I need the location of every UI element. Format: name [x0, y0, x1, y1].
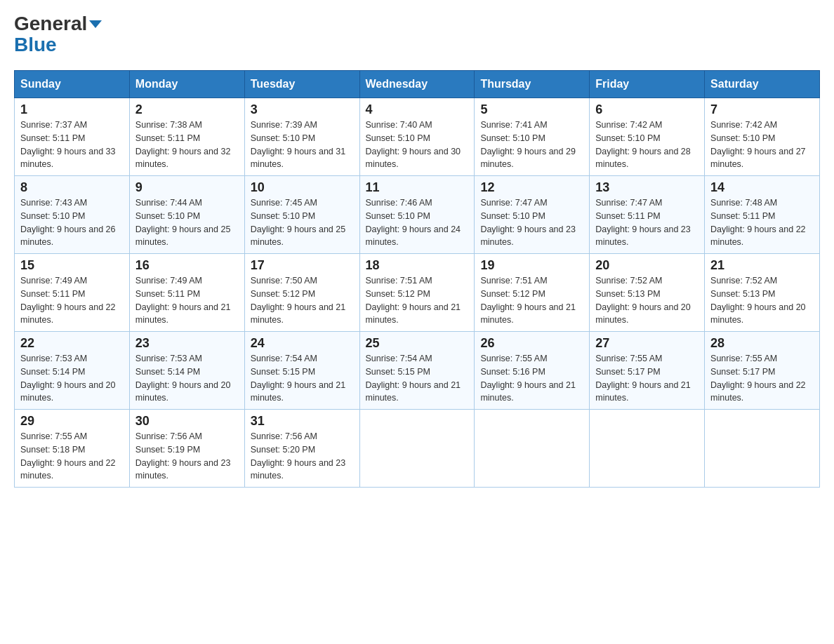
calendar-header-row: SundayMondayTuesdayWednesdayThursdayFrid…	[15, 71, 820, 98]
calendar-cell: 17 Sunrise: 7:50 AMSunset: 5:12 PMDaylig…	[244, 254, 359, 332]
calendar-cell: 30 Sunrise: 7:56 AMSunset: 5:19 PMDaylig…	[129, 410, 244, 488]
calendar-cell	[475, 410, 590, 488]
calendar-cell: 27 Sunrise: 7:55 AMSunset: 5:17 PMDaylig…	[590, 332, 705, 410]
day-number: 13	[595, 180, 699, 195]
calendar-cell: 11 Sunrise: 7:46 AMSunset: 5:10 PMDaylig…	[359, 176, 475, 254]
calendar-cell: 25 Sunrise: 7:54 AMSunset: 5:15 PMDaylig…	[359, 332, 475, 410]
day-info: Sunrise: 7:53 AMSunset: 5:14 PMDaylight:…	[135, 354, 231, 403]
calendar-cell: 19 Sunrise: 7:51 AMSunset: 5:12 PMDaylig…	[475, 254, 590, 332]
calendar-cell: 31 Sunrise: 7:56 AMSunset: 5:20 PMDaylig…	[244, 410, 359, 488]
day-number: 10	[251, 180, 354, 195]
calendar-cell	[705, 410, 820, 488]
day-number: 31	[251, 414, 354, 429]
calendar-cell: 28 Sunrise: 7:55 AMSunset: 5:17 PMDaylig…	[705, 332, 820, 410]
calendar-cell: 15 Sunrise: 7:49 AMSunset: 5:11 PMDaylig…	[15, 254, 130, 332]
logo-line2: Blue	[14, 34, 57, 56]
day-number: 23	[135, 336, 239, 351]
calendar-week-4: 22 Sunrise: 7:53 AMSunset: 5:14 PMDaylig…	[15, 332, 820, 410]
day-info: Sunrise: 7:51 AMSunset: 5:12 PMDaylight:…	[366, 276, 461, 325]
day-number: 5	[480, 102, 583, 117]
day-number: 11	[366, 180, 469, 195]
calendar-cell: 3 Sunrise: 7:39 AMSunset: 5:10 PMDayligh…	[244, 98, 359, 176]
day-info: Sunrise: 7:49 AMSunset: 5:11 PMDaylight:…	[20, 276, 116, 325]
day-number: 22	[20, 336, 124, 351]
calendar-table: SundayMondayTuesdayWednesdayThursdayFrid…	[14, 70, 820, 488]
day-info: Sunrise: 7:42 AMSunset: 5:10 PMDaylight:…	[595, 120, 691, 169]
day-number: 25	[366, 336, 469, 351]
calendar-cell: 14 Sunrise: 7:48 AMSunset: 5:11 PMDaylig…	[705, 176, 820, 254]
day-info: Sunrise: 7:55 AMSunset: 5:18 PMDaylight:…	[20, 431, 116, 481]
day-info: Sunrise: 7:55 AMSunset: 5:17 PMDaylight:…	[595, 354, 691, 403]
calendar-cell: 2 Sunrise: 7:38 AMSunset: 5:11 PMDayligh…	[129, 98, 244, 176]
logo-line1: General	[14, 14, 102, 34]
calendar-cell: 6 Sunrise: 7:42 AMSunset: 5:10 PMDayligh…	[590, 98, 705, 176]
day-info: Sunrise: 7:54 AMSunset: 5:15 PMDaylight:…	[251, 354, 346, 403]
day-info: Sunrise: 7:42 AMSunset: 5:10 PMDaylight:…	[710, 120, 806, 169]
day-number: 24	[251, 336, 354, 351]
day-number: 21	[710, 258, 814, 273]
day-number: 3	[251, 102, 354, 117]
day-header-tuesday: Tuesday	[244, 71, 359, 98]
calendar-cell: 8 Sunrise: 7:43 AMSunset: 5:10 PMDayligh…	[15, 176, 130, 254]
day-info: Sunrise: 7:41 AMSunset: 5:10 PMDaylight:…	[480, 120, 576, 169]
calendar-cell	[359, 410, 475, 488]
calendar-cell: 13 Sunrise: 7:47 AMSunset: 5:11 PMDaylig…	[590, 176, 705, 254]
calendar-cell: 7 Sunrise: 7:42 AMSunset: 5:10 PMDayligh…	[705, 98, 820, 176]
day-info: Sunrise: 7:48 AMSunset: 5:11 PMDaylight:…	[710, 198, 806, 247]
calendar-week-5: 29 Sunrise: 7:55 AMSunset: 5:18 PMDaylig…	[15, 410, 820, 488]
day-info: Sunrise: 7:53 AMSunset: 5:14 PMDaylight:…	[20, 354, 116, 403]
day-number: 9	[135, 180, 239, 195]
calendar-cell: 26 Sunrise: 7:55 AMSunset: 5:16 PMDaylig…	[475, 332, 590, 410]
day-info: Sunrise: 7:40 AMSunset: 5:10 PMDaylight:…	[366, 120, 461, 169]
day-number: 15	[20, 258, 124, 273]
calendar-cell: 22 Sunrise: 7:53 AMSunset: 5:14 PMDaylig…	[15, 332, 130, 410]
day-header-friday: Friday	[590, 71, 705, 98]
day-info: Sunrise: 7:51 AMSunset: 5:12 PMDaylight:…	[480, 276, 576, 325]
day-number: 28	[710, 336, 814, 351]
day-info: Sunrise: 7:52 AMSunset: 5:13 PMDaylight:…	[595, 276, 691, 325]
day-number: 20	[595, 258, 699, 273]
day-header-monday: Monday	[129, 71, 244, 98]
calendar-cell: 23 Sunrise: 7:53 AMSunset: 5:14 PMDaylig…	[129, 332, 244, 410]
day-info: Sunrise: 7:49 AMSunset: 5:11 PMDaylight:…	[135, 276, 231, 325]
day-header-thursday: Thursday	[475, 71, 590, 98]
day-info: Sunrise: 7:55 AMSunset: 5:17 PMDaylight:…	[710, 354, 806, 403]
calendar-cell: 21 Sunrise: 7:52 AMSunset: 5:13 PMDaylig…	[705, 254, 820, 332]
day-info: Sunrise: 7:56 AMSunset: 5:20 PMDaylight:…	[251, 431, 346, 481]
day-info: Sunrise: 7:37 AMSunset: 5:11 PMDaylight:…	[20, 120, 116, 169]
day-info: Sunrise: 7:38 AMSunset: 5:11 PMDaylight:…	[135, 120, 231, 169]
day-header-wednesday: Wednesday	[359, 71, 475, 98]
day-info: Sunrise: 7:55 AMSunset: 5:16 PMDaylight:…	[480, 354, 576, 403]
logo: General Blue	[14, 14, 102, 56]
day-info: Sunrise: 7:44 AMSunset: 5:10 PMDaylight:…	[135, 198, 231, 247]
day-number: 4	[366, 102, 469, 117]
day-info: Sunrise: 7:52 AMSunset: 5:13 PMDaylight:…	[710, 276, 806, 325]
day-info: Sunrise: 7:54 AMSunset: 5:15 PMDaylight:…	[366, 354, 461, 403]
calendar-cell: 16 Sunrise: 7:49 AMSunset: 5:11 PMDaylig…	[129, 254, 244, 332]
calendar-cell: 12 Sunrise: 7:47 AMSunset: 5:10 PMDaylig…	[475, 176, 590, 254]
day-info: Sunrise: 7:46 AMSunset: 5:10 PMDaylight:…	[366, 198, 461, 247]
day-number: 27	[595, 336, 699, 351]
calendar-cell: 18 Sunrise: 7:51 AMSunset: 5:12 PMDaylig…	[359, 254, 475, 332]
day-info: Sunrise: 7:56 AMSunset: 5:19 PMDaylight:…	[135, 431, 231, 481]
day-header-sunday: Sunday	[15, 71, 130, 98]
day-info: Sunrise: 7:50 AMSunset: 5:12 PMDaylight:…	[251, 276, 346, 325]
calendar-week-2: 8 Sunrise: 7:43 AMSunset: 5:10 PMDayligh…	[15, 176, 820, 254]
day-header-saturday: Saturday	[705, 71, 820, 98]
day-number: 26	[480, 336, 583, 351]
calendar-cell: 5 Sunrise: 7:41 AMSunset: 5:10 PMDayligh…	[475, 98, 590, 176]
day-number: 6	[595, 102, 699, 117]
calendar-cell: 24 Sunrise: 7:54 AMSunset: 5:15 PMDaylig…	[244, 332, 359, 410]
day-number: 30	[135, 414, 239, 429]
day-number: 8	[20, 180, 124, 195]
day-info: Sunrise: 7:47 AMSunset: 5:10 PMDaylight:…	[480, 198, 576, 247]
calendar-week-1: 1 Sunrise: 7:37 AMSunset: 5:11 PMDayligh…	[15, 98, 820, 176]
day-number: 16	[135, 258, 239, 273]
calendar-cell: 1 Sunrise: 7:37 AMSunset: 5:11 PMDayligh…	[15, 98, 130, 176]
calendar-cell	[590, 410, 705, 488]
calendar-cell: 4 Sunrise: 7:40 AMSunset: 5:10 PMDayligh…	[359, 98, 475, 176]
day-info: Sunrise: 7:39 AMSunset: 5:10 PMDaylight:…	[251, 120, 346, 169]
page-header: General Blue	[14, 14, 820, 56]
calendar-cell: 20 Sunrise: 7:52 AMSunset: 5:13 PMDaylig…	[590, 254, 705, 332]
day-number: 7	[710, 102, 814, 117]
